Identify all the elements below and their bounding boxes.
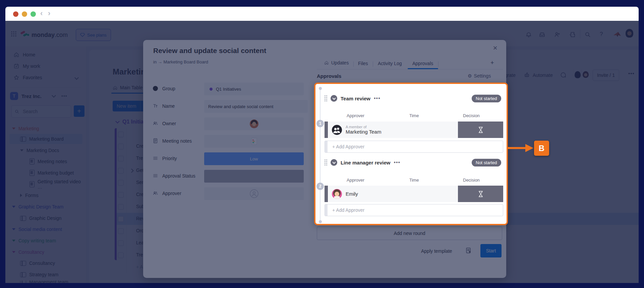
browser-chrome: ‹ › — [5, 7, 639, 21]
column-header-decision: Decision — [463, 113, 480, 118]
collapse-round-icon[interactable] — [331, 159, 337, 166]
annotation-label: B — [534, 141, 549, 156]
round-header: Line manager review ••• — [325, 159, 400, 166]
nav-back-icon[interactable]: ‹ — [40, 9, 43, 18]
approver-pretext: A member of — [346, 125, 381, 129]
approver-name: Marketing Team — [346, 129, 381, 135]
approver-row[interactable]: Emily — [325, 186, 503, 202]
round-header: Team review ••• — [325, 95, 380, 102]
timeline-dot — [319, 220, 322, 223]
add-approver-button[interactable]: + Add Approver — [325, 141, 503, 153]
annotation-arrow — [507, 143, 534, 153]
drag-handle-icon[interactable] — [325, 95, 327, 101]
approver-row[interactable]: A member of Marketing Team — [325, 122, 503, 138]
screen: ‹ › monday.com See plans ? — [0, 0, 644, 288]
approvals-spotlight-panel: 1 2 Team review ••• Not started Approver… — [314, 83, 508, 225]
column-header-approver: Approver — [347, 178, 364, 183]
row-accent-bar — [325, 122, 328, 138]
hourglass-icon — [477, 190, 484, 198]
window-close-button[interactable] — [13, 11, 18, 17]
column-header-time: Time — [409, 113, 419, 118]
column-header-approver: Approver — [347, 113, 364, 118]
round-menu-icon[interactable]: ••• — [374, 95, 380, 101]
timeline-step-badge: 1 — [316, 120, 324, 127]
timeline-step-badge: 2 — [316, 183, 324, 190]
round-menu-icon[interactable]: ••• — [394, 159, 400, 165]
emily-avatar — [332, 189, 342, 199]
add-approver-button[interactable]: + Add Approver — [325, 204, 503, 216]
window-zoom-button[interactable] — [31, 11, 36, 17]
timeline-line — [320, 90, 320, 222]
team-avatar — [332, 125, 342, 135]
decision-cell[interactable] — [458, 186, 503, 202]
round-name[interactable]: Line manager review — [341, 160, 390, 165]
decision-cell[interactable] — [458, 122, 503, 138]
window-minimize-button[interactable] — [22, 11, 27, 17]
nav-forward-icon[interactable]: › — [48, 9, 50, 18]
column-header-decision: Decision — [463, 178, 480, 183]
collapse-round-icon[interactable] — [331, 95, 337, 102]
timeline-dot — [319, 87, 322, 90]
round-status-badge: Not started — [472, 95, 501, 102]
approver-name: Emily — [346, 191, 358, 197]
round-name[interactable]: Team review — [341, 96, 370, 101]
hourglass-icon — [477, 126, 484, 134]
column-header-time: Time — [409, 178, 419, 183]
round-status-badge: Not started — [472, 159, 501, 166]
drag-handle-icon[interactable] — [325, 159, 327, 165]
row-accent-bar — [325, 186, 328, 202]
